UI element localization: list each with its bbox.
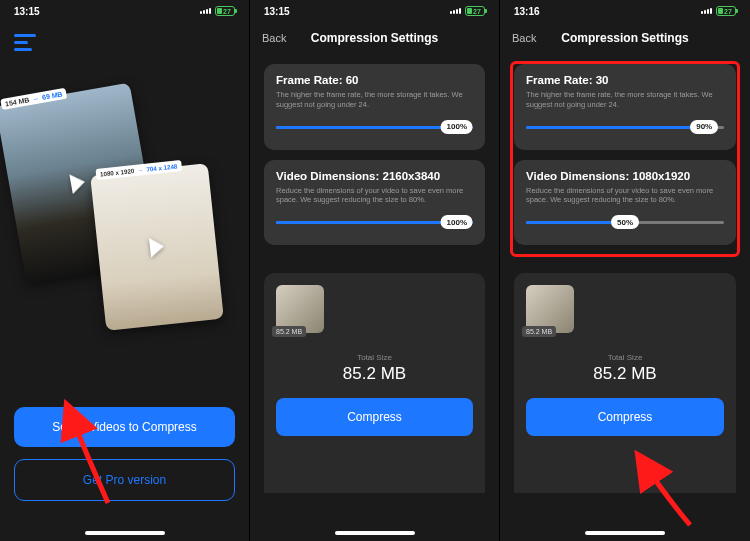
total-size-value: 85.2 MB bbox=[276, 364, 473, 384]
video-size-badge: 85.2 MB bbox=[522, 326, 556, 337]
battery-icon: 27 bbox=[716, 6, 736, 16]
nav-title: Compression Settings bbox=[250, 31, 499, 45]
settings-screen-a: 13:15 27 Back Compression Settings Frame… bbox=[250, 0, 500, 541]
play-icon bbox=[149, 236, 165, 257]
signal-icon bbox=[200, 8, 211, 14]
clock: 13:15 bbox=[14, 6, 40, 17]
video-thumbnail[interactable]: 85.2 MB bbox=[276, 285, 324, 333]
dimensions-heading: Video Dimensions: 1080x1920 bbox=[526, 170, 724, 182]
dimensions-card: Video Dimensions: 2160x3840 Reduce the d… bbox=[264, 160, 485, 246]
nav-title: Compression Settings bbox=[500, 31, 750, 45]
home-indicator[interactable] bbox=[335, 531, 415, 535]
clock: 13:16 bbox=[514, 6, 540, 17]
frame-rate-slider[interactable]: 100% bbox=[276, 120, 473, 134]
nav-bar: Back Compression Settings bbox=[250, 22, 499, 54]
status-bar: 13:15 27 bbox=[0, 0, 249, 22]
dimensions-slider[interactable]: 100% bbox=[276, 215, 473, 229]
slider-knob[interactable]: 50% bbox=[611, 215, 639, 229]
total-size-label: Total Size bbox=[526, 353, 724, 362]
frame-rate-desc: The higher the frame rate, the more stor… bbox=[526, 90, 724, 110]
home-screen: 13:15 27 154 MB → 69 MB bbox=[0, 0, 250, 541]
signal-icon bbox=[450, 8, 461, 14]
dimensions-desc: Reduce the dimensions of your video to s… bbox=[276, 186, 473, 206]
home-indicator[interactable] bbox=[585, 531, 665, 535]
home-indicator[interactable] bbox=[85, 531, 165, 535]
battery-icon: 27 bbox=[215, 6, 235, 16]
dimensions-slider[interactable]: 50% bbox=[526, 215, 724, 229]
signal-icon bbox=[701, 8, 712, 14]
total-size-value: 85.2 MB bbox=[526, 364, 724, 384]
frame-rate-slider[interactable]: 90% bbox=[526, 120, 724, 134]
results-card: 85.2 MB Total Size 85.2 MB Compress bbox=[264, 273, 485, 493]
promo-thumb-2: 1080 x 1920 → 704 x 1248 bbox=[90, 163, 224, 330]
nav-bar: Back Compression Settings bbox=[500, 22, 750, 54]
settings-screen-b: 13:16 27 Back Compression Settings Frame… bbox=[500, 0, 750, 541]
frame-rate-card: Frame Rate: 60 The higher the frame rate… bbox=[264, 64, 485, 150]
slider-knob[interactable]: 100% bbox=[441, 120, 473, 134]
results-card: 85.2 MB Total Size 85.2 MB Compress bbox=[514, 273, 736, 493]
dimensions-heading: Video Dimensions: 2160x3840 bbox=[276, 170, 473, 182]
status-bar: 13:16 27 bbox=[500, 0, 750, 22]
status-bar: 13:15 27 bbox=[250, 0, 499, 22]
get-pro-button[interactable]: Get Pro version bbox=[14, 459, 235, 501]
total-size-label: Total Size bbox=[276, 353, 473, 362]
video-thumbnail[interactable]: 85.2 MB bbox=[526, 285, 574, 333]
frame-rate-desc: The higher the frame rate, the more stor… bbox=[276, 90, 473, 110]
battery-icon: 27 bbox=[465, 6, 485, 16]
compress-button[interactable]: Compress bbox=[526, 398, 724, 436]
slider-knob[interactable]: 90% bbox=[690, 120, 718, 134]
dimensions-card: Video Dimensions: 1080x1920 Reduce the d… bbox=[514, 160, 736, 246]
promo-graphic: 154 MB → 69 MB 1080 x 1920 → 704 x 1248 bbox=[0, 73, 249, 353]
menu-icon[interactable] bbox=[14, 34, 36, 51]
frame-rate-heading: Frame Rate: 30 bbox=[526, 74, 724, 86]
clock: 13:15 bbox=[264, 6, 290, 17]
select-videos-button[interactable]: Select Videos to Compress bbox=[14, 407, 235, 447]
dimensions-desc: Reduce the dimensions of your video to s… bbox=[526, 186, 724, 206]
frame-rate-card: Frame Rate: 30 The higher the frame rate… bbox=[514, 64, 736, 150]
slider-knob[interactable]: 100% bbox=[441, 215, 473, 229]
compress-button[interactable]: Compress bbox=[276, 398, 473, 436]
frame-rate-heading: Frame Rate: 60 bbox=[276, 74, 473, 86]
video-size-badge: 85.2 MB bbox=[272, 326, 306, 337]
